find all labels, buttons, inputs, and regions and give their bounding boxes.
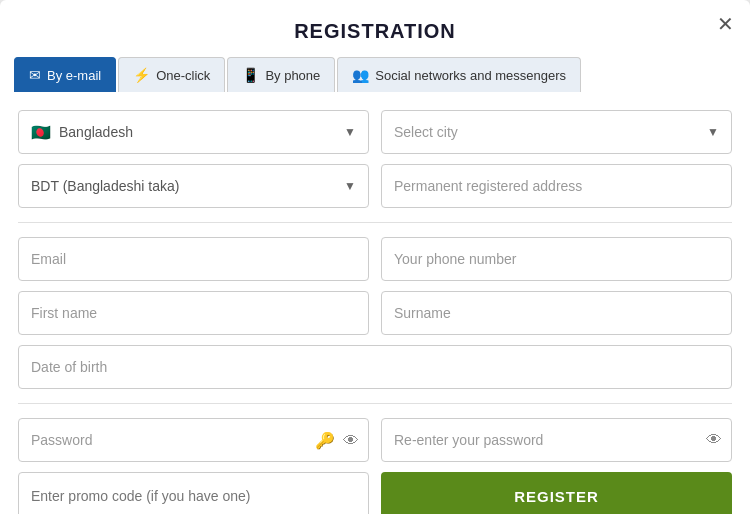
surname-field — [381, 291, 732, 335]
city-placeholder: Select city — [394, 124, 458, 140]
repassword-icons: 👁 — [706, 431, 722, 449]
tab-email-label: By e-mail — [47, 68, 101, 83]
password-row: 🔑 👁 👁 — [18, 418, 732, 462]
country-field: 🇧🇩 Bangladesh ▼ — [18, 110, 369, 154]
key-icon[interactable]: 🔑 — [315, 431, 335, 450]
tab-social-label: Social networks and messengers — [375, 68, 566, 83]
tab-social[interactable]: 👥 Social networks and messengers — [337, 57, 581, 92]
tab-email[interactable]: ✉ By e-mail — [14, 57, 116, 92]
register-button[interactable]: REGISTER — [381, 472, 732, 514]
form-body: 🇧🇩 Bangladesh ▼ Select city ▼ — [0, 110, 750, 514]
city-chevron-icon: ▼ — [707, 125, 719, 139]
tab-oneclick-label: One-click — [156, 68, 210, 83]
currency-field: BDT (Bangladeshi taka) ▼ — [18, 164, 369, 208]
lightning-icon: ⚡ — [133, 67, 150, 83]
name-row — [18, 291, 732, 335]
eye-icon[interactable]: 👁 — [343, 431, 359, 449]
email-tab-icon: ✉ — [29, 67, 41, 83]
social-icon: 👥 — [352, 67, 369, 83]
dob-input[interactable] — [18, 345, 732, 389]
repassword-field: 👁 — [381, 418, 732, 462]
email-input[interactable] — [18, 237, 369, 281]
email-phone-row — [18, 237, 732, 281]
phone-input[interactable] — [381, 237, 732, 281]
currency-address-row: BDT (Bangladeshi taka) ▼ — [18, 164, 732, 208]
currency-chevron-icon: ▼ — [344, 179, 356, 193]
phone-tab-icon: 📱 — [242, 67, 259, 83]
country-chevron-icon: ▼ — [344, 125, 356, 139]
country-value: Bangladesh — [59, 124, 133, 140]
registration-modal: ✕ REGISTRATION ✉ By e-mail ⚡ One-click 📱… — [0, 0, 750, 514]
city-select[interactable]: Select city ▼ — [381, 110, 732, 154]
dob-field — [18, 345, 732, 389]
close-button[interactable]: ✕ — [717, 14, 734, 34]
phone-field — [381, 237, 732, 281]
registration-tabs: ✉ By e-mail ⚡ One-click 📱 By phone 👥 Soc… — [0, 57, 750, 92]
eye-slash-icon[interactable]: 👁 — [706, 431, 722, 449]
divider-1 — [18, 222, 732, 223]
currency-value: BDT (Bangladeshi taka) — [31, 178, 179, 194]
tab-oneclick[interactable]: ⚡ One-click — [118, 57, 225, 92]
address-field — [381, 164, 732, 208]
address-input[interactable] — [381, 164, 732, 208]
country-city-row: 🇧🇩 Bangladesh ▼ Select city ▼ — [18, 110, 732, 154]
email-field — [18, 237, 369, 281]
repassword-input[interactable] — [381, 418, 732, 462]
dob-row — [18, 345, 732, 389]
tab-phone-label: By phone — [265, 68, 320, 83]
promo-input[interactable] — [18, 472, 369, 514]
password-field: 🔑 👁 — [18, 418, 369, 462]
country-select[interactable]: 🇧🇩 Bangladesh ▼ — [18, 110, 369, 154]
firstname-field — [18, 291, 369, 335]
country-flag: 🇧🇩 — [31, 123, 51, 142]
city-field: Select city ▼ — [381, 110, 732, 154]
currency-select[interactable]: BDT (Bangladeshi taka) ▼ — [18, 164, 369, 208]
surname-input[interactable] — [381, 291, 732, 335]
tab-phone[interactable]: 📱 By phone — [227, 57, 335, 92]
firstname-input[interactable] — [18, 291, 369, 335]
promo-field — [18, 472, 369, 514]
divider-2 — [18, 403, 732, 404]
password-icons: 🔑 👁 — [315, 431, 359, 450]
promo-register-row: REGISTER — [18, 472, 732, 514]
modal-title: REGISTRATION — [0, 0, 750, 57]
